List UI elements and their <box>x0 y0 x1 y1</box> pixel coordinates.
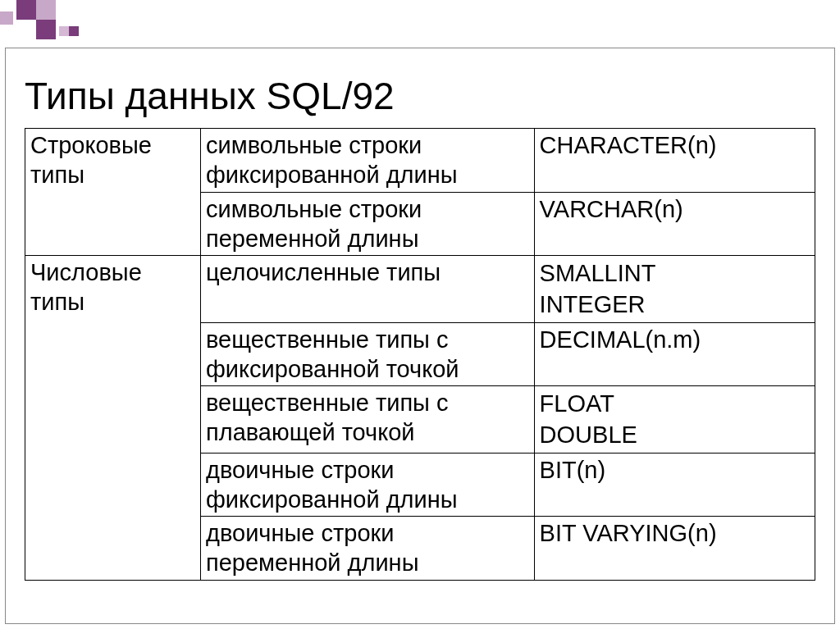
category-cell: Строковые типы <box>25 129 201 256</box>
type-cell: SMALLINT INTEGER <box>534 256 815 323</box>
type-cell: DECIMAL(n.m) <box>534 322 815 386</box>
data-types-table: Строковые типы символьные строки фиксиро… <box>25 128 815 581</box>
table-row: Строковые типы символьные строки фиксиро… <box>25 129 815 193</box>
type-value: SMALLINT <box>540 258 810 289</box>
type-cell: BIT(n) <box>534 453 815 517</box>
description-cell: двоичные строки переменной длины <box>201 517 535 581</box>
type-value: FLOAT <box>540 388 810 419</box>
type-value: DOUBLE <box>540 419 810 450</box>
type-cell: BIT VARYING(n) <box>534 517 815 581</box>
slide-title: Типы данных SQL/92 <box>25 74 815 118</box>
description-cell: символьные строки переменной длины <box>201 192 535 256</box>
description-cell: целочисленные типы <box>201 256 535 323</box>
table-row: Числовые типы целочисленные типы SMALLIN… <box>25 256 815 323</box>
type-cell: VARCHAR(n) <box>534 192 815 256</box>
slide-content: Типы данных SQL/92 Строковые типы символ… <box>0 0 840 581</box>
category-cell: Числовые типы <box>25 256 201 581</box>
type-value: INTEGER <box>540 289 810 320</box>
type-cell: FLOAT DOUBLE <box>534 386 815 454</box>
description-cell: вещественные типы с фиксированной точкой <box>201 322 535 386</box>
description-cell: символьные строки фиксированной длины <box>201 129 535 193</box>
description-cell: двоичные строки фиксированной длины <box>201 453 535 517</box>
description-cell: вещественные типы с плавающей точкой <box>201 386 535 454</box>
type-cell: CHARACTER(n) <box>534 129 815 193</box>
